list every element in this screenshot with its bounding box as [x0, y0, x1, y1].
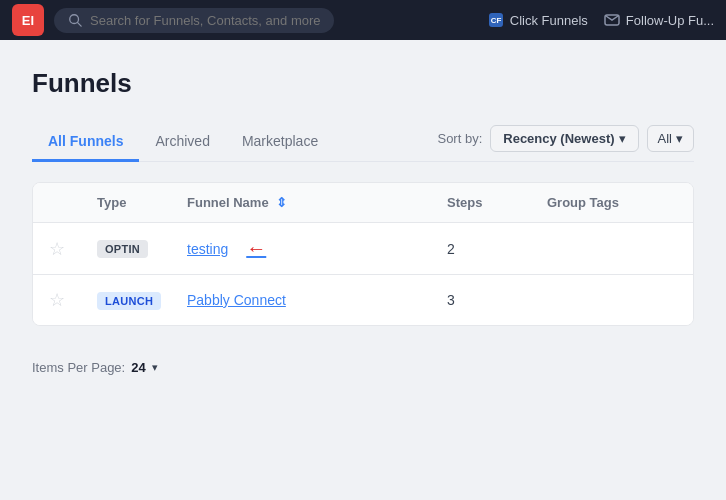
- badge-optin: OPTIN: [97, 240, 148, 258]
- main-content: Funnels All Funnels Archived Marketplace…: [0, 40, 726, 346]
- tab-archived[interactable]: Archived: [139, 123, 225, 162]
- star-icon-1[interactable]: ☆: [49, 239, 65, 259]
- funnel-name-text-1: testing: [187, 241, 228, 257]
- logo-text: EI: [22, 13, 34, 28]
- followup-funnels-label: Follow-Up Fu...: [626, 13, 714, 28]
- tabs-right-controls: Sort by: Recency (Newest) ▾ All ▾: [437, 125, 694, 160]
- funnel-name-col-label: Funnel Name: [187, 195, 269, 210]
- click-funnels-label: Click Funnels: [510, 13, 588, 28]
- badge-cell-1: OPTIN: [97, 239, 187, 258]
- tab-all-funnels[interactable]: All Funnels: [32, 123, 139, 162]
- col-header-funnel-name: Funnel Name ⇕: [187, 195, 447, 210]
- funnel-name-cell-2: Pabbly Connect: [187, 292, 447, 308]
- funnel-sort-icon[interactable]: ⇕: [276, 195, 287, 210]
- arrow-indicator-icon: ←: [246, 237, 266, 260]
- svg-text:CF: CF: [490, 16, 501, 25]
- col-header-star: [49, 195, 97, 210]
- funnel-link-2[interactable]: Pabbly Connect: [187, 292, 447, 308]
- col-header-group-tags: Group Tags: [547, 195, 677, 210]
- search-input[interactable]: [90, 13, 320, 28]
- followup-icon: [604, 12, 620, 28]
- followup-funnels-btn[interactable]: Follow-Up Fu...: [604, 12, 714, 28]
- steps-cell-1: 2: [447, 241, 547, 257]
- sort-label: Sort by:: [437, 131, 482, 146]
- badge-launch: LAUNCH: [97, 292, 161, 310]
- filter-label: All: [658, 131, 672, 146]
- funnels-table: Type Funnel Name ⇕ Steps Group Tags ☆ OP…: [32, 182, 694, 326]
- items-per-page-label: Items Per Page:: [32, 360, 125, 375]
- funnel-name-text-2: Pabbly Connect: [187, 292, 286, 308]
- tab-marketplace[interactable]: Marketplace: [226, 123, 334, 162]
- funnel-name-cell-1: testing ←: [187, 237, 447, 260]
- badge-cell-2: LAUNCH: [97, 291, 187, 310]
- tabs-left: All Funnels Archived Marketplace: [32, 123, 334, 161]
- table-row: ☆ LAUNCH Pabbly Connect 3: [33, 275, 693, 325]
- sort-value: Recency (Newest): [503, 131, 614, 146]
- logo[interactable]: EI: [12, 4, 44, 36]
- star-cell-1[interactable]: ☆: [49, 238, 97, 260]
- sort-chevron-icon: ▾: [619, 131, 626, 146]
- page-title: Funnels: [32, 68, 694, 99]
- star-icon-2[interactable]: ☆: [49, 290, 65, 310]
- sort-button[interactable]: Recency (Newest) ▾: [490, 125, 638, 152]
- click-funnels-icon: CF: [488, 12, 504, 28]
- steps-cell-2: 3: [447, 292, 547, 308]
- search-icon: [68, 13, 82, 27]
- search-bar[interactable]: [54, 8, 334, 33]
- table-header: Type Funnel Name ⇕ Steps Group Tags: [33, 183, 693, 223]
- funnel-link-1[interactable]: testing ←: [187, 237, 447, 260]
- col-header-type: Type: [97, 195, 187, 210]
- tabs-row: All Funnels Archived Marketplace Sort by…: [32, 123, 694, 162]
- svg-line-1: [78, 23, 82, 27]
- top-navigation: EI CF Click Funnels Follow-Up Fu...: [0, 0, 726, 40]
- topnav-right-actions: CF Click Funnels Follow-Up Fu...: [488, 12, 714, 28]
- footer-pagination: Items Per Page: 24 ▾: [0, 346, 726, 389]
- col-header-steps: Steps: [447, 195, 547, 210]
- filter-chevron-icon: ▾: [676, 131, 683, 146]
- table-row: ☆ OPTIN testing ← 2: [33, 223, 693, 275]
- star-cell-2[interactable]: ☆: [49, 289, 97, 311]
- items-per-page-value: 24: [131, 360, 145, 375]
- click-funnels-btn[interactable]: CF Click Funnels: [488, 12, 588, 28]
- filter-button[interactable]: All ▾: [647, 125, 694, 152]
- items-per-page-chevron-icon[interactable]: ▾: [152, 361, 158, 374]
